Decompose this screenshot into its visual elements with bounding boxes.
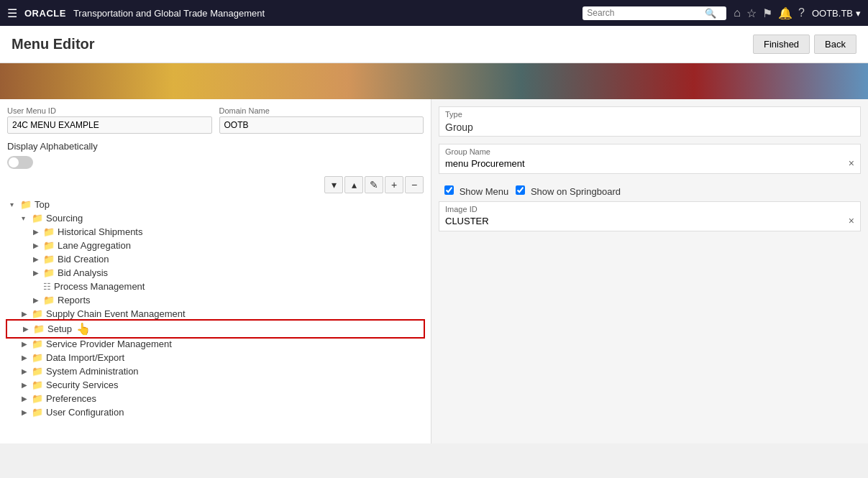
star-icon[interactable]: ☆ xyxy=(746,6,757,20)
tree-item-preferences[interactable]: ▶ 📁 Preferences xyxy=(7,392,424,405)
folder-icon-user-config: 📁 xyxy=(32,407,43,418)
image-id-clear-icon[interactable]: × xyxy=(849,215,854,226)
tree-arrow-reports[interactable]: ▶ xyxy=(33,296,42,304)
tree-item-reports[interactable]: ▶ 📁 Reports xyxy=(7,293,424,307)
type-label: Type xyxy=(439,107,860,119)
header-buttons: Finished Back xyxy=(753,35,856,54)
user-label: OOTB.TB xyxy=(812,8,853,19)
group-name-clear-icon[interactable]: × xyxy=(849,157,854,169)
tree-arrow-bid-creation[interactable]: ▶ xyxy=(33,255,42,263)
tree-arrow-security[interactable]: ▶ xyxy=(22,381,30,389)
tree-label-preferences: Preferences xyxy=(46,393,96,404)
user-menu[interactable]: OOTB.TB ▾ xyxy=(812,8,861,19)
tree-label-supply-chain: Supply Chain Event Management xyxy=(46,308,186,319)
move-down-button[interactable]: ▾ xyxy=(324,176,343,193)
back-button[interactable]: Back xyxy=(814,35,856,54)
tree-item-historical-shipments[interactable]: ▶ 📁 Historical Shipments xyxy=(7,225,424,239)
image-id-input[interactable] xyxy=(445,216,844,226)
tree-label-sourcing: Sourcing xyxy=(46,213,83,224)
folder-icon-system: 📁 xyxy=(32,366,43,377)
home-icon[interactable]: ⌂ xyxy=(734,6,741,19)
folder-icon-bid-creation: 📁 xyxy=(43,254,55,265)
menu-tree: ▾ 📁 Top ▾ 📁 Sourcing ▶ 📁 Historical Ship… xyxy=(7,198,424,419)
tree-arrow-system[interactable]: ▶ xyxy=(22,367,30,375)
show-springboard-checkbox-label[interactable]: Show on Springboard xyxy=(516,185,621,197)
top-navigation: ☰ ORACLE Transportation and Global Trade… xyxy=(0,0,868,26)
folder-icon-security: 📁 xyxy=(32,380,43,390)
tree-arrow-setup[interactable]: ▶ xyxy=(23,325,32,333)
nav-icons: ⌂ ☆ ⚑ 🔔 ? xyxy=(734,6,805,20)
show-menu-label: Show Menu xyxy=(460,186,509,197)
tree-label-system-admin: System Administration xyxy=(46,366,139,377)
tree-arrow-preferences[interactable]: ▶ xyxy=(22,395,30,403)
checkbox-row: Show Menu Show on Springboard xyxy=(439,181,861,201)
move-up-button[interactable]: ▴ xyxy=(344,176,363,193)
add-button[interactable]: + xyxy=(385,176,403,193)
tree-item-process-management[interactable]: ▶ ☷ Process Management xyxy=(7,280,424,293)
tree-item-lane-aggregation[interactable]: ▶ 📁 Lane Aggregation xyxy=(7,239,424,252)
tree-label-bid-creation: Bid Creation xyxy=(58,254,109,265)
domain-name-input[interactable] xyxy=(219,116,424,134)
search-input[interactable] xyxy=(587,8,702,18)
search-box[interactable]: 🔍 xyxy=(583,6,726,20)
tree-item-user-config[interactable]: ▶ 📁 User Configuration xyxy=(7,405,424,419)
tree-item-system-admin[interactable]: ▶ 📁 System Administration xyxy=(7,364,424,378)
remove-button[interactable]: − xyxy=(405,176,424,193)
show-springboard-label: Show on Springboard xyxy=(531,186,621,197)
domain-name-label: Domain Name xyxy=(219,106,424,115)
help-icon[interactable]: ? xyxy=(798,6,805,19)
tree-label-service-provider: Service Provider Management xyxy=(46,339,172,349)
finished-button[interactable]: Finished xyxy=(753,35,810,54)
user-menu-id-input[interactable] xyxy=(7,116,212,134)
folder-icon-bid-analysis: 📁 xyxy=(43,267,55,278)
image-id-row: × xyxy=(439,213,860,231)
tree-item-bid-analysis[interactable]: ▶ 📁 Bid Analysis xyxy=(7,266,424,280)
show-menu-checkbox[interactable] xyxy=(444,185,454,195)
tree-item-supply-chain[interactable]: ▶ 📁 Supply Chain Event Management xyxy=(7,307,424,321)
tree-arrow-data[interactable]: ▶ xyxy=(22,354,30,362)
folder-icon-supply: 📁 xyxy=(32,308,43,319)
show-springboard-checkbox[interactable] xyxy=(516,185,525,195)
tree-arrow-user-config[interactable]: ▶ xyxy=(22,408,30,416)
tree-item-bid-creation[interactable]: ▶ 📁 Bid Creation xyxy=(7,252,424,266)
right-panel: Type Group Group Name × Show Menu Show o… xyxy=(431,99,868,443)
hamburger-icon[interactable]: ☰ xyxy=(7,6,17,20)
tree-arrow-historical[interactable]: ▶ xyxy=(33,228,42,236)
page-header: Menu Editor Finished Back xyxy=(0,26,868,63)
tree-item-data-import[interactable]: ▶ 📁 Data Import/Export xyxy=(7,351,424,364)
folder-icon-top: 📁 xyxy=(20,199,32,210)
tree-label-reports: Reports xyxy=(58,295,91,305)
tree-arrow-sourcing[interactable]: ▾ xyxy=(22,214,30,222)
flag-icon[interactable]: ⚑ xyxy=(762,6,772,20)
search-icon: 🔍 xyxy=(705,8,716,19)
group-name-input[interactable] xyxy=(445,158,844,169)
tree-item-setup[interactable]: ▶ 📁 Setup 👆 xyxy=(7,321,424,337)
tree-label-user-config: User Configuration xyxy=(46,407,124,418)
tree-label-lane-aggregation: Lane Aggregation xyxy=(58,240,131,251)
display-alphabetically-toggle[interactable] xyxy=(7,156,33,169)
tree-arrow-service[interactable]: ▶ xyxy=(22,340,30,348)
tree-label-bid-analysis: Bid Analysis xyxy=(58,267,108,278)
cursor-icon: 👆 xyxy=(76,322,91,336)
oracle-logo: ORACLE xyxy=(24,8,66,19)
tree-arrow-supply[interactable]: ▶ xyxy=(22,310,30,318)
tree-item-security-services[interactable]: ▶ 📁 Security Services xyxy=(7,378,424,392)
folder-icon-lane: 📁 xyxy=(43,240,55,251)
domain-name-field: Domain Name xyxy=(219,106,424,134)
display-alphabetically-label: Display Alphabetically xyxy=(7,141,424,152)
main-content: User Menu ID Domain Name Display Alphabe… xyxy=(0,99,868,443)
tree-arrow-lane[interactable]: ▶ xyxy=(33,242,42,249)
doc-icon-process: ☷ xyxy=(43,282,51,292)
edit-button[interactable]: ✎ xyxy=(365,176,383,193)
tree-item-sourcing[interactable]: ▾ 📁 Sourcing xyxy=(7,211,424,225)
folder-icon-service: 📁 xyxy=(32,339,43,349)
app-title: Transportation and Global Trade Manageme… xyxy=(73,8,575,19)
user-menu-id-label: User Menu ID xyxy=(7,106,212,115)
tree-arrow-top[interactable]: ▾ xyxy=(10,201,19,208)
show-menu-checkbox-label[interactable]: Show Menu xyxy=(444,185,508,197)
tree-item-top[interactable]: ▾ 📁 Top xyxy=(7,198,424,211)
bell-icon[interactable]: 🔔 xyxy=(778,6,792,20)
tree-arrow-bid-analysis[interactable]: ▶ xyxy=(33,269,42,277)
tree-item-service-provider[interactable]: ▶ 📁 Service Provider Management xyxy=(7,337,424,351)
page-title: Menu Editor xyxy=(12,36,95,52)
